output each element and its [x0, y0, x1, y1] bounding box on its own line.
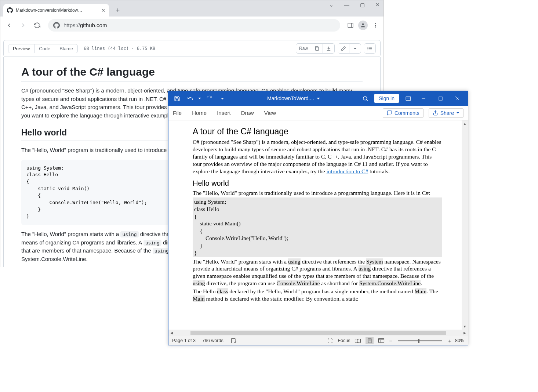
comment-icon [387, 110, 392, 116]
doc-h1: A tour of the C# language [193, 126, 442, 137]
svg-rect-27 [379, 338, 384, 342]
file-meta: 68 lines (44 loc) · 6.75 KB [84, 46, 155, 51]
close-icon[interactable]: ✕ [374, 2, 381, 8]
scroll-down-icon[interactable]: ▼ [462, 323, 468, 330]
minimize-icon[interactable]: — [343, 2, 350, 8]
focus-mode-icon[interactable] [326, 337, 334, 344]
tab-preview[interactable]: Preview [8, 44, 34, 53]
word-document-area: A tour of the C# language C# (pronounced… [168, 120, 468, 330]
doc-code-block: using System; class Hello { static void … [193, 197, 442, 257]
read-mode-icon[interactable] [354, 337, 362, 344]
svg-point-12 [368, 50, 368, 50]
zoom-slider[interactable] [398, 340, 442, 341]
tab-file[interactable]: File [173, 110, 182, 116]
svg-point-5 [375, 26, 376, 28]
proofing-icon[interactable] [230, 337, 238, 344]
scroll-right-icon[interactable]: ▶ [462, 331, 468, 335]
file-actions: Raw [296, 43, 376, 54]
focus-label[interactable]: Focus [338, 338, 350, 343]
vertical-scrollbar[interactable]: ▲ ▼ [462, 120, 468, 330]
doc-p3: The "Hello, World" program starts with a… [193, 258, 442, 287]
svg-point-11 [368, 48, 368, 49]
share-button[interactable]: Share [429, 108, 464, 118]
github-lock-icon [53, 22, 60, 29]
tab-draw[interactable]: Draw [241, 110, 254, 116]
doc-intro-link[interactable]: introduction to C# [327, 168, 368, 174]
tab-view[interactable]: View [264, 110, 276, 116]
undo-dropdown-icon[interactable] [197, 92, 202, 104]
scroll-left-icon[interactable]: ◀ [168, 331, 175, 335]
back-button[interactable] [3, 19, 15, 31]
scroll-up-icon[interactable]: ▲ [462, 120, 468, 127]
word-title: MarkdownToWord.... [229, 95, 358, 101]
doc-p4: The Hello class declared by the "Hello, … [193, 288, 442, 302]
horizontal-scrollbar[interactable]: ◀ ▶ [168, 330, 468, 336]
word-document[interactable]: A tour of the C# language C# (pronounced… [168, 120, 462, 330]
web-layout-icon[interactable] [377, 337, 385, 344]
doc-p1: C# (pronounced "See Sharp") is a modern,… [193, 138, 442, 175]
word-window: MarkdownToWord.... Sign in File Home Ins… [168, 91, 468, 345]
svg-rect-15 [406, 97, 411, 100]
redo-icon[interactable] [203, 92, 215, 104]
qat-customize-icon[interactable] [216, 92, 229, 104]
undo-icon[interactable] [184, 92, 196, 104]
save-icon[interactable] [171, 92, 183, 104]
close-tab-icon[interactable]: ✕ [101, 8, 105, 13]
github-file-header: Preview Code Blame 68 lines (44 loc) · 6… [3, 40, 381, 57]
edit-dropdown-icon[interactable] [349, 43, 361, 54]
signin-button[interactable]: Sign in [374, 94, 399, 103]
new-tab-button[interactable]: + [113, 5, 123, 15]
tab-blame[interactable]: Blame [55, 44, 77, 53]
tab-code[interactable]: Code [34, 44, 55, 53]
svg-rect-0 [348, 23, 353, 28]
browser-tab[interactable]: Markdown-conversion/Markdow… ✕ [3, 4, 109, 17]
menu-button[interactable] [370, 20, 381, 30]
doc-h2: Hello world [193, 179, 442, 188]
edit-icon[interactable] [338, 43, 349, 54]
svg-point-3 [375, 23, 376, 24]
svg-line-14 [366, 99, 368, 101]
svg-point-13 [363, 96, 367, 100]
forward-button[interactable] [17, 19, 29, 31]
side-panel-icon[interactable] [345, 20, 356, 30]
print-layout-icon[interactable] [366, 337, 374, 344]
raw-button[interactable]: Raw [296, 43, 311, 54]
ribbon-mode-icon[interactable] [402, 92, 414, 104]
close-icon[interactable] [449, 92, 466, 104]
maximize-icon[interactable]: ▢ [359, 2, 366, 8]
title-chevron-icon[interactable] [316, 97, 320, 101]
url-text: https://github.com [63, 22, 107, 28]
file-view-tabs: Preview Code Blame [8, 44, 78, 53]
share-icon [433, 110, 438, 116]
article-h1: A tour of the C# language [21, 66, 363, 81]
zoom-in-button[interactable]: + [448, 338, 451, 344]
word-statusbar: Page 1 of 3 796 words Focus − + 80% [168, 336, 468, 345]
chrome-window-controls: ⌄ — ▢ ✕ [328, 2, 381, 8]
chevron-down-icon[interactable]: ⌄ [328, 2, 335, 8]
svg-point-4 [375, 25, 376, 26]
word-count[interactable]: 796 words [202, 338, 223, 343]
profile-button[interactable] [358, 20, 368, 30]
address-bar[interactable]: https://github.com [48, 19, 340, 32]
maximize-icon[interactable] [432, 92, 449, 104]
page-count[interactable]: Page 1 of 3 [172, 338, 196, 343]
doc-p2: The "Hello, World" program is traditiona… [193, 189, 442, 197]
github-favicon-icon [7, 7, 13, 13]
svg-rect-18 [439, 97, 442, 100]
minimize-icon[interactable] [415, 92, 432, 104]
search-icon[interactable] [359, 92, 371, 104]
list-icon[interactable] [364, 43, 376, 54]
word-ribbon: File Home Insert Draw View Comments Shar… [168, 106, 468, 120]
comments-button[interactable]: Comments [383, 108, 424, 118]
chrome-tabbar: Markdown-conversion/Markdow… ✕ + ⌄ — ▢ ✕ [0, 0, 383, 17]
copy-icon[interactable] [311, 43, 323, 54]
svg-rect-6 [316, 47, 319, 50]
reload-button[interactable] [31, 19, 43, 31]
download-icon[interactable] [323, 43, 335, 54]
svg-point-2 [362, 23, 364, 25]
tab-insert[interactable]: Insert [217, 110, 231, 116]
zoom-level[interactable]: 80% [455, 338, 464, 343]
tab-home[interactable]: Home [192, 110, 207, 116]
chevron-down-icon [456, 111, 459, 115]
zoom-out-button[interactable]: − [389, 338, 392, 344]
